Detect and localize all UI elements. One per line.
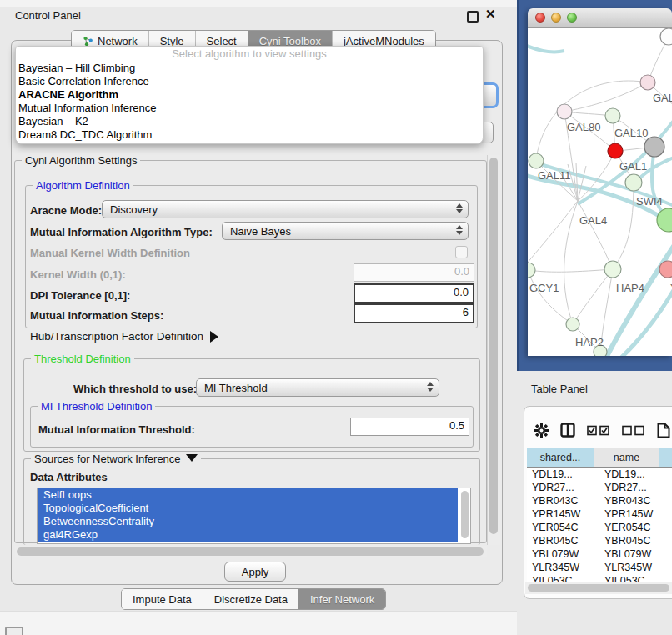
node-label-gcy1: GCY1 xyxy=(529,282,559,294)
mi-steps-label: Mutual Information Steps: xyxy=(30,309,163,322)
network-edge xyxy=(528,269,613,272)
network-node-gcy1[interactable] xyxy=(528,262,535,278)
network-edge xyxy=(564,201,578,324)
network-canvas[interactable]: GALGAL80GAL10GAL1GAL11SWI4GAL4GCY1HAP4YH… xyxy=(528,28,672,356)
network-node-pink-gal[interactable] xyxy=(640,75,655,90)
hub-definition-expander[interactable]: Hub/Transcription Factor Definition xyxy=(30,330,218,342)
document-icon[interactable] xyxy=(657,422,670,438)
network-node-gal10[interactable] xyxy=(605,108,620,123)
dpi-tolerance-field[interactable]: 0.0 xyxy=(354,283,474,303)
zoom-window-icon[interactable] xyxy=(567,12,577,22)
apply-button[interactable]: Apply xyxy=(224,562,286,582)
table-cell: YBL079W xyxy=(527,548,599,561)
gear-icon[interactable] xyxy=(534,423,549,438)
manual-kernel-checkbox[interactable] xyxy=(455,246,468,258)
table-cell: YBR043C xyxy=(599,494,669,508)
network-node-gray[interactable] xyxy=(644,137,664,157)
network-node-gal80[interactable] xyxy=(557,104,572,119)
attribute-item-gal4rgexp[interactable]: gal4RGexp xyxy=(38,528,458,542)
table-row[interactable]: YER054CYER054C8. xyxy=(527,521,672,534)
network-window-titlebar[interactable] xyxy=(528,8,672,28)
algorithm-option-bayesian-hill-climbing[interactable]: Bayesian – Hill Climbing xyxy=(16,62,483,75)
node-label-gal10: GAL10 xyxy=(614,127,648,139)
mi-threshold-field[interactable]: 0.5 xyxy=(350,418,469,436)
table-row[interactable]: YBL079WYBL079W xyxy=(527,548,672,561)
split-columns-icon[interactable] xyxy=(560,422,575,438)
algorithm-option-basic-correlation-inference[interactable]: Basic Correlation Inference xyxy=(16,75,483,88)
network-node-salmon[interactable] xyxy=(659,261,672,278)
tab-discretize-data[interactable]: Discretize Data xyxy=(203,589,298,609)
table-cell: YDL19... xyxy=(527,468,599,481)
table-cell: YDL19... xyxy=(599,468,669,481)
which-threshold-value: MI Threshold xyxy=(204,382,268,394)
node-table: shared...nameA YDL19...YDL19...13YDR27..… xyxy=(527,448,672,585)
select-none-icon[interactable] xyxy=(622,425,645,436)
settings-horizontal-scrollbar[interactable] xyxy=(15,546,487,558)
algorithm-option-mutual-information-inference[interactable]: Mutual Information Inference xyxy=(16,102,483,115)
network-edge xyxy=(578,166,586,201)
cyni-algorithm-settings-title: Cyni Algorithm Settings xyxy=(22,154,140,167)
network-icon xyxy=(83,36,93,47)
select-all-checked-icon[interactable] xyxy=(587,425,610,436)
table-row[interactable]: YDR27...YDR27...12 xyxy=(527,481,672,494)
node-label-gal80: GAL80 xyxy=(567,121,600,133)
close-window-icon[interactable] xyxy=(535,12,545,22)
attribute-item-betweennesscentrality[interactable]: BetweennessCentrality xyxy=(38,515,458,528)
network-view-window[interactable]: GALGAL80GAL10GAL1GAL11SWI4GAL4GCY1HAP4YH… xyxy=(528,8,672,356)
tab-label: Impute Data xyxy=(133,593,192,606)
docked-panel-icon[interactable] xyxy=(5,627,23,635)
attribute-item-topologicalcoefficient[interactable]: TopologicalCoefficient xyxy=(38,502,458,515)
network-node-hap4[interactable] xyxy=(604,261,621,278)
network-node-swi4[interactable] xyxy=(625,174,642,191)
table-row[interactable]: YBR043CYBR043C xyxy=(527,494,672,508)
table-row[interactable]: YDL19...YDL19...13 xyxy=(527,468,672,481)
mi-steps-field[interactable]: 6 xyxy=(354,303,474,323)
sources-title[interactable]: Sources for Network Inference xyxy=(31,452,201,465)
table-horizontal-scrollbar[interactable] xyxy=(525,582,672,594)
tab-impute-data[interactable]: Impute Data xyxy=(122,589,203,609)
close-icon[interactable]: ✕ xyxy=(485,7,496,22)
bottom-strip xyxy=(0,611,517,635)
table-toolbar xyxy=(534,419,670,441)
aracne-mode-value: Discovery xyxy=(110,203,158,216)
algorithm-option-bayesian-k2[interactable]: Bayesian – K2 xyxy=(16,115,483,128)
table-cell: YBR043C xyxy=(527,494,599,508)
network-node-hap2[interactable] xyxy=(566,318,579,331)
mi-threshold-definition-title: MI Threshold Definition xyxy=(38,400,155,412)
node-label-swi4: SWI4 xyxy=(636,195,663,208)
network-edge xyxy=(536,81,648,159)
column-header-shared[interactable]: shared... xyxy=(527,448,594,467)
table-cell: YBL079W xyxy=(599,548,669,561)
network-node-red[interactable] xyxy=(608,143,623,158)
table-header-row: shared...nameA xyxy=(527,448,672,468)
which-threshold-combo[interactable]: MI Threshold xyxy=(196,378,439,397)
attribute-item-selfloops[interactable]: SelfLoops xyxy=(38,488,458,502)
network-edge xyxy=(578,201,613,269)
minimize-window-icon[interactable] xyxy=(551,12,561,22)
algorithm-option-dream8-dc-tdc-algorithm[interactable]: Dream8 DC_TDC Algorithm xyxy=(16,128,483,142)
data-attributes-label: Data Attributes xyxy=(30,471,108,483)
mi-type-combo[interactable]: Naive Bayes xyxy=(222,222,469,240)
float-panel-icon[interactable] xyxy=(467,11,479,22)
column-header-name[interactable]: name xyxy=(594,448,659,467)
aracne-mode-combo[interactable]: Discovery xyxy=(102,200,469,218)
tab-infer-network[interactable]: Infer Network xyxy=(298,589,385,609)
table-row[interactable]: YPR145WYPR145W9. xyxy=(527,508,672,521)
table-row[interactable]: YLR345WYLR345W9. xyxy=(527,561,672,574)
data-attributes-list[interactable]: SelfLoopsTopologicalCoefficientBetweenne… xyxy=(37,488,471,544)
list-scrollbar[interactable] xyxy=(461,491,469,538)
network-node-green-large[interactable] xyxy=(657,208,672,232)
column-header-a[interactable]: A xyxy=(659,448,672,467)
settings-vertical-scrollbar[interactable] xyxy=(487,155,500,545)
network-node-white-top[interactable] xyxy=(660,28,672,45)
kernel-width-field[interactable]: 0.0 xyxy=(354,263,474,282)
table-row[interactable]: YBR045CYBR045C9. xyxy=(527,534,672,548)
node-label-gal1: GAL1 xyxy=(619,160,647,172)
cyni-mode-tabbar: Impute DataDiscretize DataInfer Network xyxy=(121,588,386,610)
table-cell: YPR145W xyxy=(599,508,669,521)
combo-stepper-icon xyxy=(456,203,463,213)
network-canvas-svg: GALGAL80GAL10GAL1GAL11SWI4GAL4GCY1HAP4YH… xyxy=(528,28,672,356)
network-node-gal11[interactable] xyxy=(529,153,544,168)
algorithm-option-aracne-algorithm[interactable]: ARACNE Algorithm xyxy=(16,88,483,102)
algorithm-dropdown-placeholder: Select algorithm to view settings xyxy=(16,47,483,62)
